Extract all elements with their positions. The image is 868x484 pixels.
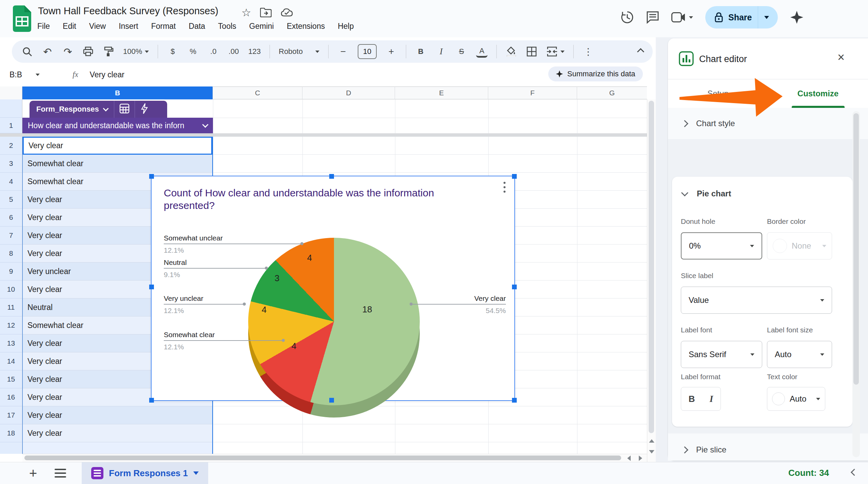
menu-view[interactable]: View (89, 22, 106, 31)
search-icon[interactable] (21, 44, 33, 59)
formula-input[interactable]: Very clear (90, 70, 124, 79)
close-icon[interactable]: × (837, 51, 845, 63)
column-header-D[interactable]: D (302, 86, 395, 99)
row-header[interactable]: 15 (0, 370, 22, 388)
table-bolt-icon[interactable] (140, 103, 149, 115)
strikethrough-button[interactable]: S (456, 44, 467, 59)
panel-scrollbar-thumb[interactable] (853, 113, 859, 385)
merge-cells-icon[interactable] (546, 46, 565, 57)
meet-video-icon[interactable] (671, 12, 686, 22)
decrease-font-size-button[interactable]: − (337, 44, 349, 59)
more-toolbar-icon[interactable]: ⋮ (583, 44, 594, 59)
paint-format-icon[interactable] (103, 44, 114, 59)
redo-icon[interactable]: ↷ (62, 44, 74, 59)
star-icon[interactable]: ☆ (241, 6, 251, 19)
slice-label-select[interactable]: Value (681, 287, 832, 314)
italic-button[interactable]: I (435, 44, 447, 59)
scroll-left-button[interactable] (625, 454, 633, 463)
row-header[interactable]: 11 (0, 298, 22, 316)
menu-tools[interactable]: Tools (218, 22, 236, 31)
font-size-input[interactable]: 10 (358, 44, 377, 59)
embedded-chart[interactable]: Count of How clear and understandable wa… (152, 176, 514, 400)
column-menu-caret[interactable] (202, 121, 208, 128)
row-header[interactable]: 2 (0, 137, 22, 155)
menu-insert[interactable]: Insert (119, 22, 138, 31)
row-header-blank[interactable] (0, 99, 22, 118)
section-pie-chart[interactable]: Pie chart (682, 189, 731, 198)
chart-resize-handle[interactable] (512, 285, 517, 289)
fill-color-icon[interactable] (506, 44, 517, 59)
row-header[interactable]: 9 (0, 263, 22, 280)
cell-B3[interactable]: Somewhat clear (23, 155, 212, 173)
menu-edit[interactable]: Edit (63, 22, 76, 31)
comments-icon[interactable] (646, 11, 659, 24)
chart-menu-icon[interactable] (504, 182, 506, 193)
increase-font-size-button[interactable]: + (386, 44, 397, 59)
meet-dropdown-caret[interactable] (689, 16, 693, 19)
row-header[interactable]: 8 (0, 245, 22, 263)
chart-resize-handle[interactable] (329, 174, 334, 179)
table-view-icon[interactable] (119, 103, 130, 115)
chart-resize-handle[interactable] (149, 398, 154, 403)
cloud-status-icon[interactable] (280, 8, 293, 17)
menu-data[interactable]: Data (189, 22, 205, 31)
name-box-caret[interactable] (36, 74, 40, 76)
scroll-down-button[interactable] (647, 447, 656, 456)
row-header[interactable]: 17 (0, 406, 22, 424)
horizontal-scrollbar-thumb[interactable] (24, 456, 621, 460)
vertical-scrollbar[interactable] (647, 99, 656, 462)
chart-resize-handle[interactable] (329, 398, 334, 403)
summarize-data-button[interactable]: Summarize this data (548, 66, 643, 81)
row-header[interactable]: 12 (0, 316, 22, 334)
row-header[interactable]: 13 (0, 334, 22, 352)
move-folder-icon[interactable] (260, 8, 272, 17)
increase-decimals-button[interactable]: .00 (228, 44, 239, 59)
add-sheet-button[interactable]: + (29, 466, 37, 481)
format-percent-button[interactable]: % (187, 44, 199, 59)
menu-help[interactable]: Help (338, 22, 354, 31)
menu-gemini[interactable]: Gemini (249, 22, 274, 31)
text-color-select[interactable]: Auto (767, 387, 825, 411)
gemini-sparkle-icon[interactable] (790, 11, 804, 24)
sheet-tab-caret[interactable] (193, 471, 199, 475)
donut-hole-select[interactable]: 0% (681, 232, 762, 259)
all-sheets-icon[interactable] (55, 469, 66, 478)
chart-title[interactable]: Count of How clear and understandable wa… (164, 187, 469, 212)
document-title[interactable]: Town Hall Feedback Survey (Responses) (38, 5, 218, 17)
borders-icon[interactable] (526, 44, 537, 59)
active-cell-B2[interactable]: Very clear (23, 137, 212, 155)
column-header-G[interactable]: G (577, 86, 647, 99)
border-color-select[interactable]: None (767, 232, 832, 259)
font-family-select[interactable]: Roboto (279, 47, 319, 56)
menu-extensions[interactable]: Extensions (287, 22, 325, 31)
bold-button[interactable]: B (415, 44, 427, 59)
chart-resize-handle[interactable] (512, 398, 517, 403)
version-history-icon[interactable] (620, 11, 634, 24)
zoom-control[interactable]: 100% (123, 47, 149, 56)
sheets-logo-icon[interactable] (13, 5, 33, 32)
row-header[interactable]: 16 (0, 388, 22, 406)
scroll-right-button[interactable] (636, 454, 645, 463)
more-formats-button[interactable]: 123 (248, 44, 261, 59)
text-color-button[interactable]: A (476, 46, 488, 58)
collapse-panel-chevron[interactable] (851, 469, 858, 476)
pie-chart[interactable] (248, 238, 420, 405)
scroll-up-button[interactable] (647, 437, 656, 445)
menu-file[interactable]: File (37, 22, 50, 31)
row-header[interactable]: 6 (0, 209, 22, 227)
row-header[interactable]: 3 (0, 155, 22, 173)
cell-B17[interactable]: Very clear (23, 406, 212, 424)
column-header-E[interactable]: E (395, 86, 488, 99)
horizontal-scrollbar[interactable] (22, 454, 647, 462)
row-header[interactable]: 5 (0, 191, 22, 209)
column-header-C[interactable]: C (213, 86, 302, 99)
merge-dropdown-caret[interactable] (560, 51, 565, 53)
chart-resize-handle[interactable] (149, 174, 154, 179)
vertical-scrollbar-thumb[interactable] (649, 101, 654, 433)
label-italic-button[interactable]: I (710, 394, 713, 404)
collapse-toolbar-icon[interactable] (637, 48, 644, 55)
row-header-partial[interactable] (0, 442, 22, 454)
chart-resize-handle[interactable] (149, 285, 154, 289)
row-header[interactable]: 7 (0, 227, 22, 245)
table-chip-form-responses[interactable]: Form_Responses (29, 101, 167, 118)
